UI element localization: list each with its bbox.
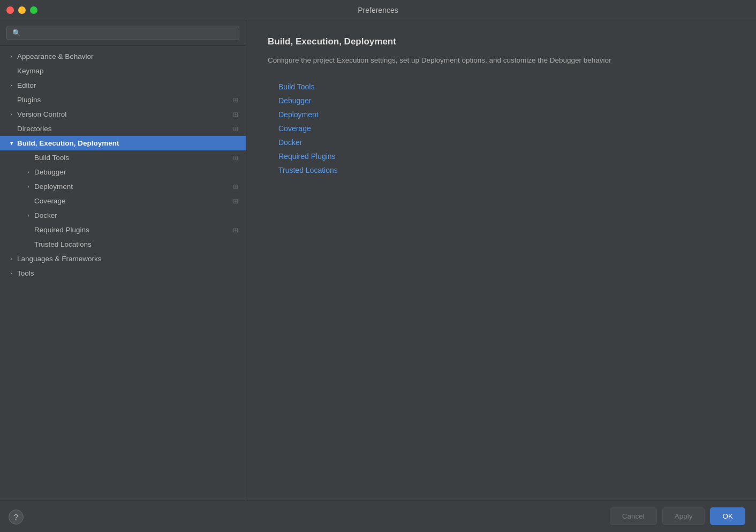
apply-button[interactable]: Apply (662, 507, 705, 525)
sidebar-item-docker[interactable]: ›Docker (0, 208, 246, 223)
content-title: Build, Execution, Deployment (268, 36, 735, 47)
main-layout: ›Appearance & BehaviorKeymap›EditorPlugi… (0, 20, 756, 500)
window-controls (6, 6, 37, 14)
chevron-right-icon: › (7, 270, 15, 276)
sidebar-item-label: Debugger (34, 168, 238, 176)
required-plugins-link[interactable]: Required Plugins (278, 152, 735, 161)
help-button[interactable]: ? (9, 510, 24, 525)
footer: ? Cancel Apply OK (0, 500, 756, 532)
settings-icon: ⊞ (233, 96, 238, 104)
sidebar-item-languages[interactable]: ›Languages & Frameworks (0, 252, 246, 266)
sidebar-item-build-tools[interactable]: Build Tools⊞ (0, 150, 246, 165)
trusted-locations-link[interactable]: Trusted Locations (278, 166, 735, 174)
minimize-button[interactable] (18, 6, 26, 14)
sidebar-item-label: Editor (17, 81, 238, 89)
sidebar-item-build-execution[interactable]: ▾Build, Execution, Deployment (0, 136, 246, 150)
sidebar-item-label: Trusted Locations (34, 240, 238, 248)
sidebar: ›Appearance & BehaviorKeymap›EditorPlugi… (0, 20, 246, 500)
chevron-right-icon: › (25, 169, 32, 175)
sidebar-item-label: Deployment (34, 183, 233, 191)
chevron-right-icon: › (7, 82, 15, 88)
settings-icon: ⊞ (233, 226, 238, 234)
content-links: Build ToolsDebuggerDeploymentCoverageDoc… (278, 82, 735, 174)
chevron-right-icon: › (7, 54, 15, 59)
chevron-right-icon: › (7, 111, 15, 117)
sidebar-item-editor[interactable]: ›Editor (0, 78, 246, 93)
sidebar-item-plugins[interactable]: Plugins⊞ (0, 93, 246, 107)
close-button[interactable] (6, 6, 14, 14)
search-bar[interactable] (0, 20, 246, 46)
sidebar-item-required-plugins[interactable]: Required Plugins⊞ (0, 223, 246, 237)
sidebar-item-version-control[interactable]: ›Version Control⊞ (0, 107, 246, 121)
sidebar-item-label: Version Control (17, 110, 233, 118)
sidebar-item-label: Keymap (17, 67, 238, 75)
sidebar-item-label: Build, Execution, Deployment (17, 139, 238, 147)
search-input[interactable] (6, 26, 239, 40)
sidebar-item-label: Tools (17, 269, 238, 277)
sidebar-item-directories[interactable]: Directories⊞ (0, 121, 246, 136)
settings-icon: ⊞ (233, 183, 238, 191)
chevron-right-icon: › (7, 256, 15, 262)
maximize-button[interactable] (30, 6, 37, 14)
sidebar-item-debugger[interactable]: ›Debugger (0, 165, 246, 179)
sidebar-item-label: Docker (34, 211, 238, 219)
content-description: Configure the project Execution settings… (268, 55, 669, 66)
sidebar-item-label: Required Plugins (34, 226, 233, 234)
sidebar-item-label: Plugins (17, 96, 233, 104)
window-title: Preferences (358, 6, 398, 14)
settings-icon: ⊞ (233, 197, 238, 205)
settings-icon: ⊞ (233, 154, 238, 162)
ok-button[interactable]: OK (710, 507, 745, 525)
sidebar-item-label: Appearance & Behavior (17, 52, 238, 60)
settings-icon: ⊞ (233, 111, 238, 118)
sidebar-item-label: Languages & Frameworks (17, 255, 238, 263)
chevron-down-icon: ▾ (7, 140, 15, 146)
deployment-link[interactable]: Deployment (278, 110, 735, 119)
chevron-right-icon: › (25, 212, 32, 218)
sidebar-list: ›Appearance & BehaviorKeymap›EditorPlugi… (0, 46, 246, 284)
sidebar-item-deployment[interactable]: ›Deployment⊞ (0, 179, 246, 194)
sidebar-item-appearance[interactable]: ›Appearance & Behavior (0, 49, 246, 64)
sidebar-item-label: Directories (17, 125, 233, 133)
docker-link[interactable]: Docker (278, 138, 735, 147)
sidebar-item-coverage[interactable]: Coverage⊞ (0, 194, 246, 208)
cancel-button[interactable]: Cancel (610, 507, 657, 525)
sidebar-item-label: Coverage (34, 197, 233, 205)
settings-icon: ⊞ (233, 125, 238, 133)
debugger-link[interactable]: Debugger (278, 96, 735, 105)
chevron-right-icon: › (25, 184, 32, 189)
sidebar-item-tools[interactable]: ›Tools (0, 266, 246, 280)
build-tools-link[interactable]: Build Tools (278, 82, 735, 91)
sidebar-item-trusted-locations[interactable]: Trusted Locations (0, 237, 246, 252)
sidebar-item-label: Build Tools (34, 154, 233, 162)
sidebar-item-keymap[interactable]: Keymap (0, 64, 246, 78)
help-icon: ? (14, 513, 18, 521)
content-area: Build, Execution, Deployment Configure t… (246, 20, 756, 500)
titlebar: Preferences (0, 0, 756, 20)
coverage-link[interactable]: Coverage (278, 124, 735, 133)
